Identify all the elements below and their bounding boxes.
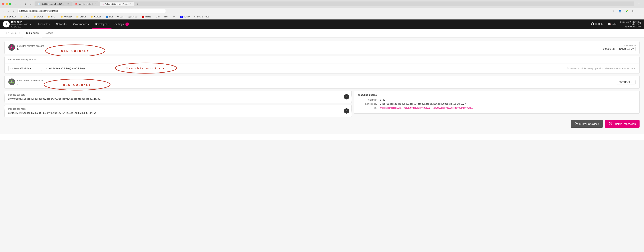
tab2-close[interactable]: ✕: [95, 3, 96, 5]
submit-transaction-label: Submit Transaction: [614, 122, 636, 125]
node-info-right: Subtensor Node v4.0.0 api v12.4.2 apps v…: [620, 21, 641, 27]
copy-call-hash-button[interactable]: ⎘: [344, 108, 349, 114]
tab3-close[interactable]: ✕: [130, 3, 132, 5]
breadcrumb-text: Extrinsics: [8, 32, 18, 34]
folder-icon-dict: 📁: [48, 15, 50, 18]
module-select[interactable]: subtensorModule ▾: [8, 66, 42, 71]
nav-accounts[interactable]: Accounts ▾: [35, 19, 53, 29]
extrinsic-row: subtensorModule ▾ scheduleSwapColdkey(ne…: [5, 63, 639, 73]
developer-label: Developer: [95, 23, 107, 26]
address-refresh-btn[interactable]: ↺: [11, 9, 16, 13]
newcoldkey-icon-wrapper: [8, 78, 15, 86]
github-label: GitHub: [595, 23, 602, 26]
bookmark-wp[interactable]: WP: [171, 15, 178, 18]
node-info[interactable]: Bittensor node-subtensor/201 ▾ #3,841,82…: [11, 20, 31, 28]
folder-icon-career: 📁: [91, 15, 94, 18]
bookmark-button[interactable]: ☆: [611, 9, 616, 13]
browser-tab-2[interactable]: 🐙 opentensor/btcli ✕: [72, 1, 100, 6]
folder-icon: 📁: [4, 15, 6, 18]
github-icon: [591, 22, 594, 26]
nav-governance[interactable]: Governance ▾: [70, 19, 92, 29]
browser-tab-1[interactable]: 📄 btcli.bittensor_cli — BTCLI Doc... ✕: [34, 1, 72, 6]
copy-call-data-button[interactable]: ⎘: [344, 94, 349, 99]
svg-point-16: [575, 122, 578, 125]
bookmark-scmp[interactable]: S SCMP: [179, 15, 191, 18]
nav-network[interactable]: Network ▾: [53, 19, 70, 29]
browser-tab-3[interactable]: ● Polkadot/Substrate Portal ✕: [100, 1, 134, 6]
bookmark-wired[interactable]: 📁 WIRED: [60, 15, 73, 18]
wc-favicon: W: [117, 15, 119, 18]
callindex-value: 0749: [380, 99, 636, 101]
back-button[interactable]: ‹: [14, 2, 17, 6]
dropdown-value: 5D58HPJX...: [619, 47, 632, 50]
nav-menu: Accounts ▾ Network ▾ Governance ▾ Develo…: [35, 19, 590, 29]
new-tab-button[interactable]: +: [136, 2, 139, 6]
folder-icon-misc: 📁: [20, 15, 23, 18]
node-version: Subtensor Node v4.0.0: [620, 21, 641, 23]
tab-submission[interactable]: Submission: [23, 29, 42, 37]
bookmark-bittensor[interactable]: 📁 Bittensor: [2, 15, 17, 18]
wiki-link[interactable]: 📖 Wiki: [606, 22, 618, 26]
submit-unsigned-button[interactable]: Submit Unsigned: [571, 120, 603, 128]
browser-titlebar: ‹ › ↺ ⌂ 📄 btcli.bittensor_cli — BTCLI Do…: [0, 0, 644, 8]
app-logo: T: [3, 21, 10, 27]
newcoldkey-dropdown[interactable]: 5D58HPJX... ▾: [617, 80, 636, 84]
bookmark-nyker[interactable]: 📰 NYker: [127, 15, 139, 18]
extrinsic-method: scheduleSwapColdkey(newColdkey): [46, 67, 85, 70]
minimize-button[interactable]: [6, 3, 8, 5]
github-link[interactable]: GitHub: [589, 22, 604, 27]
bookmark-label-career: Career: [94, 15, 101, 18]
svg-point-3: [12, 47, 14, 49]
forward-button[interactable]: ›: [19, 2, 22, 6]
bookmark-stat[interactable]: 🔵 Stat: [104, 15, 114, 18]
svg-point-11: [10, 82, 11, 83]
newcoldkey-identicon: [8, 78, 15, 85]
svg-point-12: [12, 82, 14, 83]
bookmark-misc[interactable]: 📁 MISC: [19, 15, 31, 18]
bookmark-nyrb[interactable]: N NYRB: [141, 15, 153, 18]
sidebar-button[interactable]: ⎔: [631, 9, 636, 13]
bookmark-nyt[interactable]: NYT: [163, 15, 170, 18]
bookmark-litstuff[interactable]: 📁 LitStuff: [75, 15, 88, 18]
tab1-close[interactable]: ✕: [67, 3, 69, 5]
profile-button[interactable]: 👤: [617, 9, 623, 13]
browser-menu-button[interactable]: ⋯: [637, 2, 642, 6]
close-button[interactable]: [2, 3, 4, 5]
callindex-key: callindex: [358, 99, 380, 101]
bookmark-wc[interactable]: W WC: [116, 15, 125, 18]
call-hash-title: encoded call hash: [8, 108, 348, 110]
fullscreen-button[interactable]: [9, 3, 11, 5]
settings-badge: 1: [126, 22, 129, 26]
account-dropdown[interactable]: 5D58HPJX... ▾: [617, 46, 636, 51]
extensions-button[interactable]: 🧩: [624, 9, 630, 13]
nav-developer[interactable]: Developer ▾: [92, 19, 112, 29]
link-key: link: [358, 107, 380, 109]
wiki-icon: 📖: [608, 23, 611, 26]
decode-link[interactable]: #/extrinsics/decode/0x07492c8e758dec5b9c…: [380, 107, 473, 109]
tab2-favicon: 🐙: [75, 3, 78, 5]
refresh-button[interactable]: ↺: [23, 2, 28, 6]
address-back-btn[interactable]: ‹: [2, 9, 6, 13]
address-input[interactable]: [17, 9, 166, 13]
bookmark-straitstimes[interactable]: St StraitsTimes: [193, 15, 211, 18]
accounts-chevron: ▾: [49, 23, 50, 25]
bookmark-docs[interactable]: 📁 DOCS: [32, 15, 45, 18]
address-forward-btn[interactable]: ›: [7, 9, 10, 13]
nav-settings[interactable]: Settings 1: [112, 19, 132, 29]
settings-label: Settings: [114, 23, 124, 26]
copy-icon: ⎘: [346, 96, 347, 98]
extrinsic-description: Schedules a coldkey swap operation to be…: [567, 67, 636, 70]
balance-info: free balance 0.0000 tao 5D58HPJX... ▾: [603, 44, 636, 51]
submit-transaction-icon: [609, 122, 612, 126]
home-button[interactable]: ⌂: [29, 2, 33, 6]
bookmark-lrb[interactable]: LRB: [154, 15, 161, 18]
address-bar: ‹ › ↺ ↑ ☆ 👤 🧩 ⎔ ⋯: [0, 8, 644, 14]
governance-label: Governance: [73, 23, 87, 26]
bookmark-dict[interactable]: 📁 DICT: [46, 15, 58, 18]
bookmark-career[interactable]: 📁 Career: [89, 15, 102, 18]
share-button[interactable]: ↑: [606, 9, 610, 13]
tab-decode[interactable]: Decode: [42, 29, 56, 37]
submit-transaction-button[interactable]: Submit Transaction: [605, 120, 640, 128]
more-button[interactable]: ⋯: [637, 9, 642, 13]
breadcrumb-separator: ›: [19, 31, 20, 35]
